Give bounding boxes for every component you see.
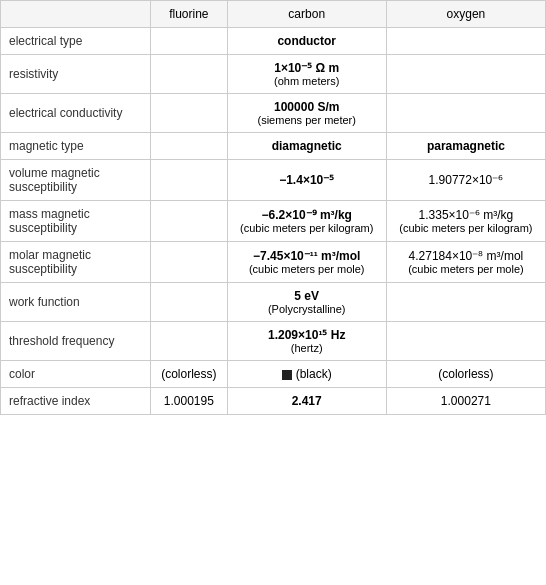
header-label: [1, 1, 151, 28]
carbon-main-value: 5 eV: [294, 289, 319, 303]
cell-oxygen: 1.90772×10⁻⁶: [386, 160, 545, 201]
cell-carbon: diamagnetic: [227, 133, 386, 160]
header-oxygen: oxygen: [386, 1, 545, 28]
cell-oxygen: [386, 283, 545, 322]
row-label: work function: [1, 283, 151, 322]
cell-oxygen: (colorless): [386, 361, 545, 388]
oxygen-main-value: 4.27184×10⁻⁸ m³/mol: [409, 249, 524, 263]
row-label: magnetic type: [1, 133, 151, 160]
cell-fluorine: [151, 283, 228, 322]
color-swatch-icon: [282, 370, 292, 380]
cell-carbon: 1×10⁻⁵ Ω m(ohm meters): [227, 55, 386, 94]
cell-carbon: −6.2×10⁻⁹ m³/kg(cubic meters per kilogra…: [227, 201, 386, 242]
cell-oxygen: [386, 94, 545, 133]
table-row: magnetic typediamagneticparamagnetic: [1, 133, 546, 160]
row-label: refractive index: [1, 388, 151, 415]
header-fluorine: fluorine: [151, 1, 228, 28]
cell-fluorine: [151, 28, 228, 55]
oxygen-main-value: paramagnetic: [427, 139, 505, 153]
row-label: electrical conductivity: [1, 94, 151, 133]
cell-fluorine: [151, 242, 228, 283]
oxygen-main-value: 1.335×10⁻⁶ m³/kg: [419, 208, 514, 222]
row-label: color: [1, 361, 151, 388]
carbon-text: (black): [296, 367, 332, 381]
carbon-unit: (cubic meters per mole): [236, 263, 378, 275]
carbon-unit: (Polycrystalline): [236, 303, 378, 315]
table-row: color(colorless)(black)(colorless): [1, 361, 546, 388]
cell-fluorine: [151, 322, 228, 361]
carbon-main-value: 1.209×10¹⁵ Hz: [268, 328, 345, 342]
carbon-unit: (cubic meters per kilogram): [236, 222, 378, 234]
table-row: work function5 eV(Polycrystalline): [1, 283, 546, 322]
cell-fluorine: [151, 201, 228, 242]
carbon-unit: (hertz): [236, 342, 378, 354]
row-label: threshold frequency: [1, 322, 151, 361]
oxygen-main-value: (colorless): [438, 367, 493, 381]
cell-fluorine: 1.000195: [151, 388, 228, 415]
table-row: refractive index1.0001952.4171.000271: [1, 388, 546, 415]
cell-fluorine: [151, 55, 228, 94]
carbon-unit: (siemens per meter): [236, 114, 378, 126]
carbon-main-value: 2.417: [292, 394, 322, 408]
row-label: mass magnetic susceptibility: [1, 201, 151, 242]
carbon-main-value: 1×10⁻⁵ Ω m: [274, 61, 339, 75]
cell-carbon: 100000 S/m(siemens per meter): [227, 94, 386, 133]
carbon-main-value: conductor: [277, 34, 336, 48]
cell-oxygen: [386, 28, 545, 55]
oxygen-unit: (cubic meters per kilogram): [395, 222, 537, 234]
table-row: mass magnetic susceptibility−6.2×10⁻⁹ m³…: [1, 201, 546, 242]
cell-oxygen: paramagnetic: [386, 133, 545, 160]
oxygen-main-value: 1.000271: [441, 394, 491, 408]
cell-carbon: conductor: [227, 28, 386, 55]
table-row: electrical conductivity100000 S/m(siemen…: [1, 94, 546, 133]
row-label: volume magnetic susceptibility: [1, 160, 151, 201]
carbon-main-value: 100000 S/m: [274, 100, 339, 114]
cell-fluorine: [151, 133, 228, 160]
header-carbon: carbon: [227, 1, 386, 28]
carbon-main-value: −1.4×10⁻⁵: [279, 173, 334, 187]
cell-carbon: 5 eV(Polycrystalline): [227, 283, 386, 322]
carbon-main-value: −7.45×10⁻¹¹ m³/mol: [253, 249, 360, 263]
cell-carbon: 1.209×10¹⁵ Hz(hertz): [227, 322, 386, 361]
table-row: resistivity1×10⁻⁵ Ω m(ohm meters): [1, 55, 546, 94]
cell-oxygen: [386, 322, 545, 361]
cell-fluorine: (colorless): [151, 361, 228, 388]
carbon-main-value: diamagnetic: [272, 139, 342, 153]
row-label: resistivity: [1, 55, 151, 94]
cell-carbon: (black): [227, 361, 386, 388]
cell-carbon: 2.417: [227, 388, 386, 415]
cell-carbon: −7.45×10⁻¹¹ m³/mol(cubic meters per mole…: [227, 242, 386, 283]
row-label: electrical type: [1, 28, 151, 55]
carbon-unit: (ohm meters): [236, 75, 378, 87]
cell-oxygen: 1.000271: [386, 388, 545, 415]
oxygen-main-value: 1.90772×10⁻⁶: [429, 173, 504, 187]
cell-oxygen: 4.27184×10⁻⁸ m³/mol(cubic meters per mol…: [386, 242, 545, 283]
row-label: molar magnetic susceptibility: [1, 242, 151, 283]
table-row: threshold frequency1.209×10¹⁵ Hz(hertz): [1, 322, 546, 361]
cell-oxygen: [386, 55, 545, 94]
cell-oxygen: 1.335×10⁻⁶ m³/kg(cubic meters per kilogr…: [386, 201, 545, 242]
oxygen-unit: (cubic meters per mole): [395, 263, 537, 275]
carbon-main-value: −6.2×10⁻⁹ m³/kg: [262, 208, 352, 222]
cell-carbon: −1.4×10⁻⁵: [227, 160, 386, 201]
cell-fluorine: [151, 94, 228, 133]
table-row: volume magnetic susceptibility−1.4×10⁻⁵1…: [1, 160, 546, 201]
cell-fluorine: [151, 160, 228, 201]
table-row: molar magnetic susceptibility−7.45×10⁻¹¹…: [1, 242, 546, 283]
table-row: electrical typeconductor: [1, 28, 546, 55]
